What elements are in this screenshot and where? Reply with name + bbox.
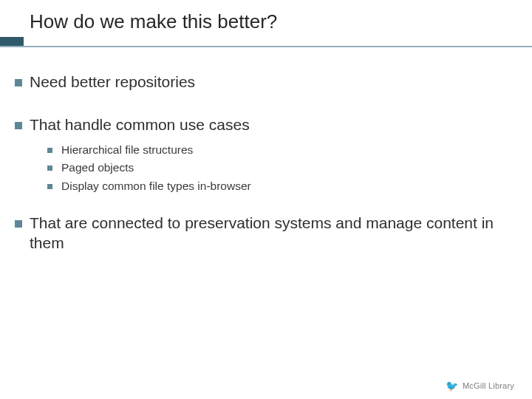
- title-underline: [0, 46, 532, 47]
- slide: How do we make this better? Need better …: [0, 0, 532, 399]
- slide-title: How do we make this better?: [30, 10, 277, 33]
- bullet-level2: Paged objects: [47, 160, 517, 176]
- sub-bullet-text: Hierarchical file structures: [61, 143, 193, 158]
- square-bullet-icon: [15, 220, 22, 228]
- square-bullet-icon: [15, 79, 22, 86]
- footer-label: McGill Library: [463, 381, 514, 390]
- footer-logo: 🐦 McGill Library: [446, 380, 514, 392]
- bird-icon: 🐦: [446, 380, 458, 392]
- square-bullet-icon: [47, 166, 52, 171]
- square-bullet-icon: [15, 122, 22, 129]
- spacer: [15, 197, 517, 205]
- bullet-level1: Need better repositories: [15, 72, 517, 92]
- title-accent-block: [0, 37, 24, 46]
- sub-bullet-text: Display common file types in-browser: [61, 179, 251, 194]
- bullet-level1: That are connected to preservation syste…: [15, 214, 517, 253]
- square-bullet-icon: [47, 148, 52, 153]
- square-bullet-icon: [47, 184, 52, 189]
- content-area: Need better repositories That handle com…: [15, 64, 517, 260]
- sub-bullet-group: Hierarchical file structures Paged objec…: [47, 143, 517, 195]
- spacer: [15, 99, 517, 106]
- title-bar: How do we make this better?: [0, 0, 532, 46]
- bullet-text: That handle common use cases: [30, 115, 250, 134]
- bullet-level2: Hierarchical file structures: [47, 143, 517, 158]
- bullet-level2: Display common file types in-browser: [47, 179, 517, 194]
- bullet-level1: That handle common use cases: [15, 115, 517, 134]
- bullet-text: That are connected to preservation syste…: [30, 214, 517, 253]
- bullet-text: Need better repositories: [30, 72, 195, 92]
- sub-bullet-text: Paged objects: [61, 160, 134, 176]
